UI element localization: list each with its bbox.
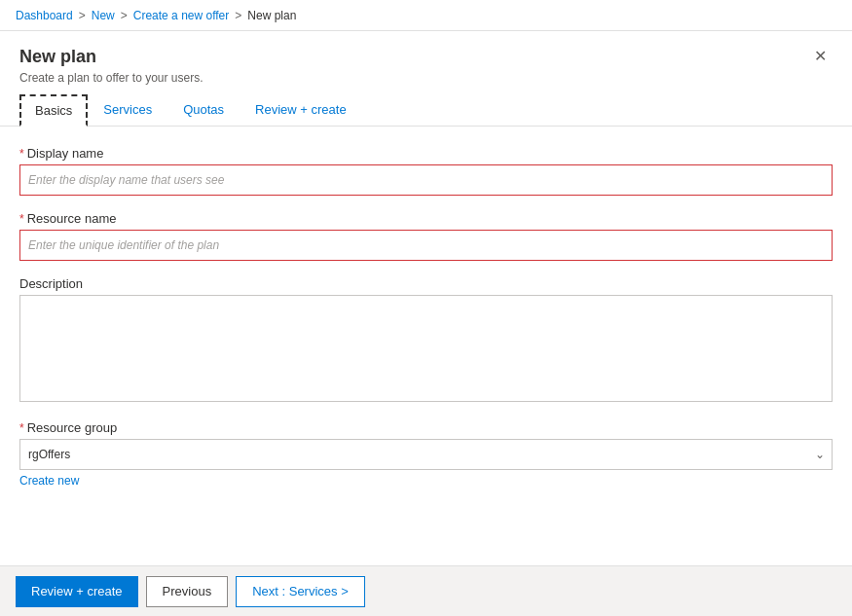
resource-group-select-wrapper: rgOffers ⌄ [19, 439, 833, 470]
display-name-label-text: Display name [27, 146, 104, 161]
tab-services[interactable]: Services [88, 94, 167, 127]
resource-name-input[interactable] [19, 230, 833, 261]
next-button[interactable]: Next : Services > [236, 576, 365, 607]
display-name-required-star: * [19, 147, 24, 161]
description-input[interactable] [19, 295, 833, 402]
description-field: Description [19, 276, 833, 405]
close-button[interactable]: ✕ [808, 47, 833, 66]
description-label: Description [19, 276, 833, 291]
resource-group-label: * Resource group [19, 420, 833, 435]
review-create-button[interactable]: Review + create [16, 576, 138, 607]
form-area: * Display name * Resource name Descripti… [0, 127, 852, 565]
resource-name-required-star: * [19, 212, 24, 226]
breadcrumb-sep-2: > [121, 9, 128, 22]
tab-basics[interactable]: Basics [19, 94, 88, 127]
display-name-label: * Display name [19, 146, 833, 161]
resource-group-required-star: * [19, 421, 24, 435]
display-name-input[interactable] [19, 164, 833, 196]
breadcrumb-dashboard[interactable]: Dashboard [16, 9, 73, 22]
panel-title: New plan [19, 47, 204, 67]
breadcrumb-sep-3: > [235, 9, 241, 22]
resource-name-field: * Resource name [19, 211, 833, 261]
panel-header: New plan Create a plan to offer to your … [0, 31, 852, 94]
previous-button[interactable]: Previous [146, 576, 229, 607]
breadcrumb-create-offer[interactable]: Create a new offer [133, 9, 230, 22]
tab-quotas[interactable]: Quotas [167, 94, 240, 127]
create-new-link[interactable]: Create new [19, 474, 79, 488]
tab-review-create[interactable]: Review + create [240, 94, 362, 127]
description-label-text: Description [19, 276, 83, 291]
breadcrumb-sep-1: > [79, 9, 86, 22]
main-panel: New plan Create a plan to offer to your … [0, 31, 852, 565]
breadcrumb-new[interactable]: New [92, 9, 115, 22]
panel-subtitle: Create a plan to offer to your users. [19, 71, 204, 85]
breadcrumb: Dashboard > New > Create a new offer > N… [0, 0, 852, 31]
breadcrumb-new-plan: New plan [247, 9, 296, 22]
display-name-field: * Display name [19, 146, 833, 196]
tabs-row: Basics Services Quotas Review + create [0, 94, 852, 127]
resource-group-select[interactable]: rgOffers [19, 439, 833, 470]
resource-group-field: * Resource group rgOffers ⌄ Create new [19, 420, 833, 488]
footer-bar: Review + create Previous Next : Services… [0, 565, 852, 616]
resource-group-label-text: Resource group [27, 420, 118, 435]
panel-header-text: New plan Create a plan to offer to your … [19, 47, 204, 85]
resource-name-label-text: Resource name [27, 211, 117, 226]
resource-name-label: * Resource name [19, 211, 833, 226]
